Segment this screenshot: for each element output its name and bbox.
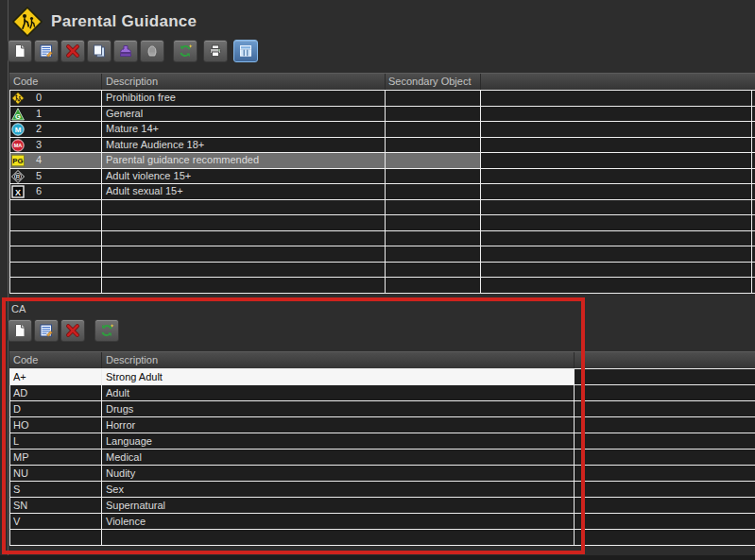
edit-record-button[interactable]	[34, 40, 59, 62]
code-cell: MP	[13, 451, 29, 463]
new-record-button[interactable]	[8, 40, 32, 62]
description-cell: Strong Adult	[106, 371, 163, 382]
ca-row-horror[interactable]: HO Horror	[9, 417, 755, 433]
column-header-description[interactable]: Description	[106, 76, 158, 87]
code-cell: A+	[13, 371, 26, 382]
svg-text:MA: MA	[14, 143, 23, 148]
code-cell: NU	[13, 467, 28, 479]
table-row-general[interactable]: G 1 General	[9, 107, 755, 123]
ca-new-record-button[interactable]	[8, 319, 32, 342]
printer-icon	[208, 43, 223, 59]
gray-hand-icon	[145, 43, 160, 59]
code-cell: AD	[13, 387, 27, 399]
code-cell: 5	[36, 170, 42, 181]
ca-row-violence[interactable]: V Violence	[9, 514, 755, 530]
column-header-secondary-object[interactable]: Secondary Object	[388, 76, 471, 87]
svg-text:PG: PG	[12, 157, 23, 165]
print-button[interactable]	[203, 40, 228, 62]
ca-row-supernatural[interactable]: SN Supernatural	[9, 498, 755, 514]
table-row-parental-guidance-selected[interactable]: PG 4 Parental guidance recommended	[9, 153, 755, 169]
table-row-mature-audience[interactable]: MA 3 Mature Audience 18+	[9, 138, 755, 154]
ca-row-adult[interactable]: AD Adult	[9, 385, 755, 401]
ca-delete-record-button[interactable]	[60, 319, 85, 342]
ca-grid-rows: A+ Strong Adult AD Adult D Drugs HO Horr…	[9, 368, 755, 546]
svg-text:M: M	[15, 126, 22, 134]
crossing-diamond-badge-icon	[11, 92, 25, 105]
code-cell: 4	[36, 154, 42, 165]
selection-highlight	[9, 369, 574, 384]
empty-table-row[interactable]	[9, 200, 755, 216]
delete-record-button[interactable]	[60, 40, 85, 62]
description-cell: Adult violence 15+	[106, 170, 191, 181]
description-cell: Medical	[106, 451, 142, 463]
grid-view-icon	[238, 43, 253, 59]
grid-column-line	[480, 91, 481, 294]
description-cell: Prohibition free	[106, 92, 176, 103]
code-cell: 6	[36, 185, 42, 196]
description-cell: Nudity	[106, 467, 135, 479]
ca-row-medical[interactable]: MP Medical	[9, 450, 755, 466]
svg-text:G: G	[15, 112, 21, 121]
empty-table-row[interactable]	[9, 246, 755, 263]
description-cell: Sex	[106, 484, 124, 495]
ca-grid-header: Code Description	[9, 351, 755, 368]
r-diamond-badge-icon: R	[11, 170, 25, 183]
description-cell: Adult sexual 15+	[106, 185, 183, 196]
grid-column-line	[101, 369, 102, 546]
ca-column-header-description[interactable]: Description	[106, 354, 158, 365]
description-cell: Adult	[106, 387, 129, 399]
new-document-icon	[12, 43, 27, 59]
ca-row-sex[interactable]: S Sex	[9, 482, 755, 498]
description-cell: Horror	[106, 419, 135, 431]
refresh-icon	[178, 43, 193, 59]
edit-document-icon	[39, 43, 54, 59]
ca-column-header-code[interactable]: Code	[13, 354, 38, 365]
code-cell: D	[13, 403, 21, 415]
purple-stamp-icon	[118, 43, 133, 59]
grid-column-line	[9, 369, 10, 546]
empty-table-row[interactable]	[9, 263, 755, 279]
ca-refresh-button[interactable]	[94, 319, 119, 342]
column-header-code[interactable]: Code	[13, 76, 38, 87]
grid-view-toggle-button[interactable]	[233, 40, 258, 62]
code-cell: 3	[36, 139, 42, 150]
table-row-mature[interactable]: M 2 Mature 14+	[9, 122, 755, 138]
ca-row-strong-adult-selected[interactable]: A+ Strong Adult	[9, 369, 755, 385]
refresh-button[interactable]	[173, 40, 197, 62]
grid-column-line	[101, 91, 102, 294]
empty-table-row[interactable]	[9, 278, 755, 294]
stamp-button[interactable]	[113, 40, 138, 62]
grid-column-line	[574, 369, 575, 546]
header-separator	[574, 352, 575, 368]
ca-row-nudity[interactable]: NU Nudity	[9, 466, 755, 482]
code-cell: 1	[36, 108, 42, 119]
m-circle-badge-icon: M	[11, 123, 25, 136]
header-separator	[101, 74, 102, 90]
description-cell: General	[106, 108, 143, 119]
code-cell: 2	[36, 123, 42, 134]
table-row-adult-sexual[interactable]: X 6 Adult sexual 15+	[9, 184, 755, 200]
panel-left-border	[8, 0, 9, 555]
ma-circle-badge-icon: MA	[11, 139, 25, 152]
empty-table-row[interactable]	[9, 231, 755, 247]
disabled-stamp-button[interactable]	[140, 40, 164, 62]
ca-edit-record-button[interactable]	[34, 319, 59, 342]
copy-record-button[interactable]	[87, 40, 112, 62]
g-triangle-badge-icon: G	[11, 108, 25, 121]
code-cell: HO	[13, 419, 29, 431]
edit-document-icon	[39, 323, 54, 338]
empty-table-row[interactable]	[9, 215, 755, 231]
description-cell: Parental guidance recommended	[106, 154, 259, 165]
ca-row-language[interactable]: L Language	[9, 433, 755, 450]
page-title: Parental Guidance	[51, 12, 197, 31]
grid-column-line	[751, 91, 752, 294]
table-row-adult-violence[interactable]: R 5 Adult violence 15+	[9, 169, 755, 185]
table-row-prohibition-free[interactable]: 0 Prohibition free	[9, 91, 755, 107]
grid-column-line	[385, 91, 386, 294]
code-cell: V	[13, 516, 20, 527]
ca-panel-label: CA	[11, 303, 26, 314]
svg-text:X: X	[15, 188, 21, 197]
copy-documents-icon	[92, 43, 107, 59]
ca-row-drugs[interactable]: D Drugs	[9, 401, 755, 417]
empty-table-row[interactable]	[9, 530, 755, 546]
